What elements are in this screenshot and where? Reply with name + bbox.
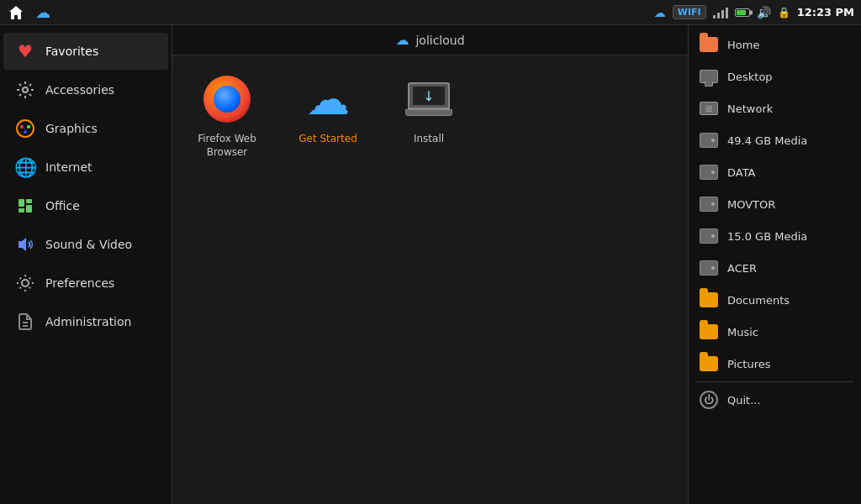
right-label-music: Music [727, 326, 758, 339]
right-label-network: Network [727, 102, 773, 115]
network-icon [699, 98, 719, 118]
right-item-data[interactable]: DATA [689, 156, 861, 188]
app-item-firefox[interactable]: Firefox Web Browser [189, 72, 265, 159]
volume-icon[interactable]: 🔊 [757, 6, 771, 19]
office-icon [13, 194, 37, 218]
app-item-install[interactable]: ↓ Install [391, 72, 467, 146]
right-item-quit[interactable]: ⏻ Quit... [689, 384, 861, 416]
right-item-media-494[interactable]: 49.4 GB Media [689, 124, 861, 156]
right-item-pictures[interactable]: Pictures [689, 348, 861, 380]
app-item-get-started[interactable]: ☁ Get Started [290, 72, 366, 146]
sidebar-item-office[interactable]: Office [3, 187, 168, 224]
sidebar-item-administration[interactable]: Administration [3, 303, 168, 340]
right-label-home: Home [727, 39, 759, 51]
sound-video-icon [13, 233, 37, 256]
laptop-base [405, 109, 452, 116]
right-label-data: DATA [727, 166, 756, 179]
right-item-media-15[interactable]: 15.0 GB Media [689, 220, 861, 252]
topbar: ☁ ☁ WIFI 🔊 🔒 12:23 PM [0, 0, 861, 25]
right-label-acer: ACER [727, 262, 757, 275]
laptop-screen: ↓ [408, 82, 450, 109]
install-icon: ↓ [405, 82, 452, 116]
arrow-down-icon: ↓ [423, 88, 434, 104]
right-label-media-15: 15.0 GB Media [727, 230, 807, 243]
laptop-screen-inner: ↓ [413, 87, 445, 105]
right-item-acer[interactable]: ACER [689, 252, 861, 284]
sidebar-label-internet: Internet [45, 160, 92, 174]
sidebar-label-preferences: Preferences [45, 276, 114, 290]
battery-icon [735, 8, 750, 17]
svg-point-2 [20, 125, 24, 129]
app-label-install: Install [414, 133, 444, 146]
sidebar-label-accessories: Accessories [45, 83, 114, 97]
right-item-desktop[interactable]: Desktop [689, 60, 861, 92]
app-label-get-started: Get Started [298, 133, 357, 146]
svg-marker-9 [18, 238, 26, 251]
get-started-icon-container: ☁ [301, 72, 355, 126]
graphics-icon [13, 117, 37, 140]
right-item-movtor[interactable]: MOVTOR [689, 188, 861, 220]
sidebar-item-preferences[interactable]: Preferences [3, 265, 168, 302]
topbar-right: ☁ WIFI 🔊 🔒 12:23 PM [654, 5, 854, 19]
svg-point-0 [23, 87, 28, 92]
cloud-top-icon[interactable]: ☁ [34, 3, 52, 22]
svg-point-4 [24, 130, 27, 134]
cloud-app-icon: ☁ [306, 77, 350, 121]
svg-point-10 [22, 280, 29, 286]
apps-area: Firefox Web Browser ☁ Get Started ↓ [172, 55, 688, 504]
right-label-media-494: 49.4 GB Media [727, 134, 807, 147]
documents-folder-icon [699, 290, 719, 310]
right-item-documents[interactable]: Documents [689, 284, 861, 316]
right-item-music[interactable]: Music [689, 316, 861, 348]
sidebar-label-sound-video: Sound & Video [45, 238, 132, 251]
svg-rect-7 [26, 205, 32, 213]
right-label-documents: Documents [727, 294, 790, 307]
right-label-movtor: MOVTOR [727, 198, 775, 211]
firefox-icon [203, 76, 251, 123]
accessories-icon [13, 78, 37, 102]
desktop-icon [699, 66, 719, 87]
drive-movtor-icon [699, 194, 719, 214]
drive-acer-icon [699, 258, 719, 278]
time-display: 12:23 PM [797, 6, 854, 18]
sidebar-item-accessories[interactable]: Accessories [3, 71, 168, 108]
administration-icon [13, 310, 37, 333]
sidebar-label-administration: Administration [45, 315, 131, 328]
internet-icon: 🌐 [13, 155, 37, 179]
sidebar-item-internet[interactable]: 🌐 Internet [3, 149, 168, 186]
music-folder-icon [699, 322, 719, 342]
sidebar: ♥ Favorites Accessories [0, 25, 172, 504]
sidebar-label-favorites: Favorites [45, 45, 98, 58]
sidebar-label-graphics: Graphics [45, 122, 98, 135]
center-header: ☁ jolicloud [172, 25, 688, 55]
favorites-icon: ♥ [13, 39, 37, 63]
sidebar-item-favorites[interactable]: ♥ Favorites [3, 33, 168, 70]
power-icon: ⏻ [699, 390, 719, 410]
right-item-network[interactable]: Network [689, 92, 861, 124]
drive-494-icon [699, 130, 719, 150]
lock-icon: 🔒 [778, 7, 790, 18]
center-panel: ☁ jolicloud Firefox Web Browser ☁ Get St… [172, 25, 689, 504]
right-label-desktop: Desktop [727, 71, 773, 83]
cloud-status-icon: ☁ [654, 6, 666, 19]
right-panel: Home Desktop Network 49.4 GB Media [689, 25, 861, 504]
main-layout: ♥ Favorites Accessories [0, 25, 861, 504]
center-title: jolicloud [415, 34, 464, 47]
jolicloud-logo-icon: ☁ [395, 32, 409, 48]
right-label-pictures: Pictures [727, 358, 770, 370]
home-icon[interactable] [7, 3, 25, 22]
drive-15-icon [699, 226, 719, 246]
drive-data-icon [699, 162, 719, 182]
right-item-home[interactable]: Home [689, 29, 861, 60]
wifi-badge: WIFI [673, 5, 706, 19]
topbar-left: ☁ [7, 3, 52, 22]
firefox-icon-container [200, 72, 254, 126]
sidebar-item-graphics[interactable]: Graphics [3, 110, 168, 147]
svg-point-3 [27, 125, 30, 129]
install-icon-container: ↓ [402, 72, 456, 126]
svg-rect-8 [18, 208, 24, 213]
sidebar-item-sound-video[interactable]: Sound & Video [3, 226, 168, 263]
svg-point-1 [17, 120, 34, 137]
svg-rect-5 [18, 199, 24, 207]
sidebar-label-office: Office [45, 199, 80, 213]
